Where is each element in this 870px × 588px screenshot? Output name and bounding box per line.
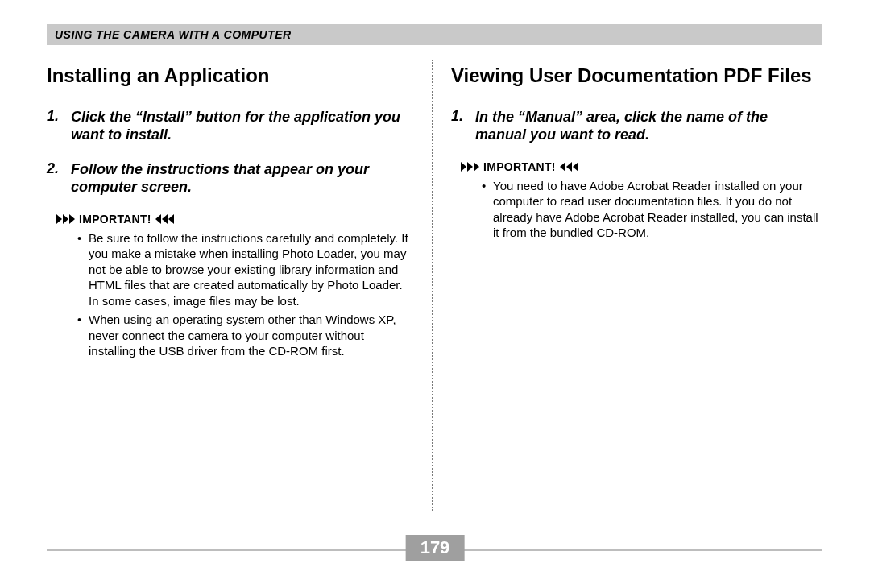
bullet-dot-icon: • bbox=[482, 178, 493, 241]
important-callout: IMPORTANT! bbox=[56, 213, 414, 226]
page-number: 179 bbox=[420, 537, 450, 557]
page-number-badge: 179 bbox=[406, 535, 465, 561]
bullet-text: Be sure to follow the instructions caref… bbox=[89, 230, 414, 309]
step-number: 1. bbox=[451, 108, 475, 144]
triangle-right-icon bbox=[56, 214, 76, 224]
section-header-text: USING THE CAMERA WITH A COMPUTER bbox=[55, 28, 292, 41]
important-label: IMPORTANT! bbox=[79, 213, 151, 226]
right-heading: Viewing User Documentation PDF Files bbox=[451, 64, 818, 87]
important-callout: IMPORTANT! bbox=[461, 160, 818, 173]
step-text: Follow the instructions that appear on y… bbox=[71, 160, 414, 197]
bullet-item: • Be sure to follow the instructions car… bbox=[77, 230, 414, 309]
bullet-item: • When using an operating system other t… bbox=[77, 312, 414, 359]
important-label: IMPORTANT! bbox=[483, 160, 556, 173]
triangle-left-icon bbox=[559, 162, 578, 172]
bullet-text: When using an operating system other tha… bbox=[89, 312, 414, 359]
step-number: 1. bbox=[47, 108, 71, 144]
section-header-bar: USING THE CAMERA WITH A COMPUTER bbox=[47, 24, 822, 45]
triangle-right-icon bbox=[461, 162, 480, 172]
step-item: 1. Click the “Install” button for the ap… bbox=[47, 108, 414, 144]
step-text: In the “Manual” area, click the name of … bbox=[475, 108, 818, 144]
triangle-left-icon bbox=[155, 214, 174, 224]
step-text: Click the “Install” button for the appli… bbox=[71, 108, 414, 144]
left-column: Installing an Application 1. Click the “… bbox=[47, 64, 432, 516]
step-item: 2. Follow the instructions that appear o… bbox=[47, 160, 414, 197]
step-item: 1. In the “Manual” area, click the name … bbox=[451, 108, 818, 144]
bullet-text: You need to have Adobe Acrobat Reader in… bbox=[493, 178, 818, 241]
bullet-dot-icon: • bbox=[77, 230, 89, 309]
left-heading: Installing an Application bbox=[47, 64, 414, 87]
right-column: Viewing User Documentation PDF Files 1. … bbox=[433, 64, 818, 516]
bullet-dot-icon: • bbox=[77, 312, 89, 359]
bullet-item: • You need to have Adobe Acrobat Reader … bbox=[482, 178, 818, 241]
step-number: 2. bbox=[47, 160, 71, 197]
